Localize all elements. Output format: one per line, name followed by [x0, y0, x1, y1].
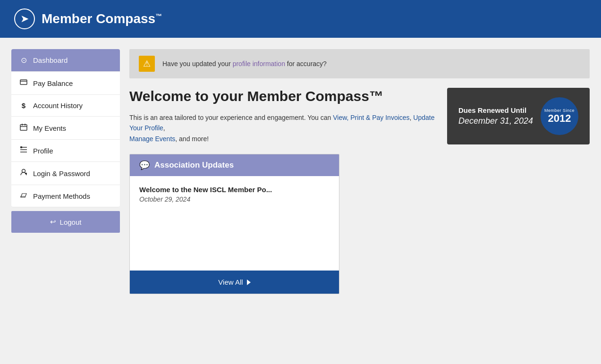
header: ➤ Member Compass™ [0, 0, 601, 38]
welcome-area: Welcome to your Member Compass™ This is … [129, 88, 590, 144]
update-list-item: Welcome to the New ISCL Member Po... Oct… [139, 186, 330, 203]
warning-icon: ⚠ [143, 59, 151, 69]
manage-events-link[interactable]: Manage Events [129, 135, 175, 143]
svg-rect-2 [20, 125, 27, 130]
member-since-year: 2012 [548, 113, 571, 124]
update-item-title: Welcome to the New ISCL Member Po... [139, 186, 330, 194]
view-all-button[interactable]: View All [130, 271, 339, 294]
dues-text: Dues Renewed Until December 31, 2024 [458, 106, 533, 126]
member-since-badge: Member Since 2012 [541, 97, 578, 135]
chevron-right-icon [247, 279, 251, 285]
view-all-label: View All [218, 278, 243, 286]
dues-date: December 31, 2024 [458, 116, 533, 126]
sidebar-item-label: My Events [33, 124, 66, 132]
welcome-body: This is an area tailored to your experie… [129, 112, 438, 144]
sidebar-item-label: Profile [33, 147, 53, 155]
sidebar-item-label: Login & Password [33, 169, 90, 178]
sidebar-item-login-password[interactable]: Login & Password [11, 162, 120, 185]
welcome-text-col: Welcome to your Member Compass™ This is … [129, 88, 438, 144]
content-area: ⚠ Have you updated your profile informat… [129, 49, 590, 294]
dues-title: Dues Renewed Until [458, 106, 533, 114]
alert-icon: ⚠ [139, 56, 155, 72]
logout-button[interactable]: ↩ Logout [11, 211, 120, 233]
payment-methods-icon [19, 192, 28, 200]
sidebar-item-label: Dashboard [33, 56, 68, 64]
profile-icon [19, 146, 28, 155]
sidebar-item-payment-methods[interactable]: Payment Methods [11, 185, 120, 207]
sidebar-item-label: Payment Methods [33, 192, 90, 200]
main-wrapper: ⊙ Dashboard Pay Balance $ Account Histor… [0, 38, 601, 305]
svg-rect-0 [20, 80, 27, 85]
dashboard-icon: ⊙ [19, 56, 28, 65]
dues-card: Dues Renewed Until December 31, 2024 Mem… [447, 88, 590, 144]
updates-header: 💬 Association Updates [130, 154, 339, 176]
updates-section: 💬 Association Updates Welcome to the New… [129, 154, 339, 294]
alert-text: Have you updated your profile informatio… [162, 60, 327, 68]
app-title: Member Compass™ [42, 11, 162, 26]
logout-label: Logout [60, 218, 82, 226]
updates-icon: 💬 [139, 160, 150, 170]
app-title-sup: ™ [155, 12, 162, 20]
updates-body: Welcome to the New ISCL Member Po... Oct… [130, 176, 339, 271]
sidebar-item-profile[interactable]: Profile [11, 140, 120, 162]
sidebar-item-my-events[interactable]: My Events [11, 117, 120, 140]
pay-balance-icon [19, 78, 28, 88]
welcome-body-prefix: This is an area tailored to your experie… [129, 114, 333, 121]
my-events-icon [19, 123, 28, 133]
welcome-body-suffix: , and more! [175, 135, 209, 143]
login-password-icon [19, 169, 28, 178]
alert-text-after: for accuracy? [285, 60, 327, 68]
sidebar-item-label: Account History [33, 102, 83, 110]
updates-section-title: Association Updates [154, 161, 234, 170]
alert-text-before: Have you updated your [162, 60, 233, 68]
app-title-text: Member Compass [42, 11, 155, 26]
invoices-link[interactable]: View, Print & Pay Invoices [333, 114, 409, 121]
alert-banner: ⚠ Have you updated your profile informat… [129, 49, 590, 78]
logout-icon: ↩ [50, 218, 56, 226]
sidebar-item-label: Pay Balance [33, 79, 73, 87]
svg-rect-11 [25, 173, 27, 174]
update-item-date: October 29, 2024 [139, 195, 330, 203]
sidebar-item-dashboard[interactable]: ⊙ Dashboard [11, 49, 120, 72]
welcome-title: Welcome to your Member Compass™ [129, 88, 438, 105]
compass-logo-icon: ➤ [14, 8, 35, 29]
sidebar: ⊙ Dashboard Pay Balance $ Account Histor… [11, 49, 120, 294]
svg-rect-9 [20, 146, 22, 148]
sidebar-item-pay-balance[interactable]: Pay Balance [11, 72, 120, 95]
sidebar-item-account-history[interactable]: $ Account History [11, 95, 120, 117]
profile-info-link[interactable]: profile information [233, 60, 285, 68]
account-history-icon: $ [19, 102, 28, 110]
